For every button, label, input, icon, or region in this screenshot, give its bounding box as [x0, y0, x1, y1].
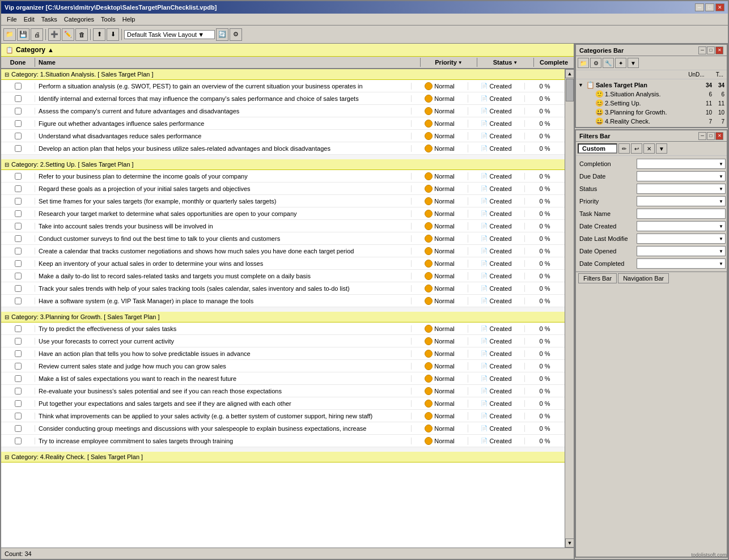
menu-tools[interactable]: Tools — [98, 15, 119, 24]
scroll-up-btn[interactable]: ▲ — [565, 69, 574, 78]
cat-tool-1[interactable]: 📁 — [578, 58, 589, 68]
cat-bar-restore-btn[interactable]: ─ — [698, 46, 706, 54]
task-done-3-0[interactable] — [1, 325, 35, 332]
task-done-3-6[interactable] — [1, 400, 35, 407]
scroll-thumb[interactable] — [566, 79, 574, 101]
filter-tool-1[interactable]: ✏ — [618, 143, 630, 154]
task-done-2-6[interactable] — [1, 248, 35, 254]
cat-tree-child-2[interactable]: 😊 2.Setting Up. 11 11 — [576, 99, 727, 108]
vertical-scrollbar[interactable]: ▲ ▼ — [565, 69, 574, 548]
cat-bar-max-btn[interactable]: □ — [707, 46, 715, 54]
task-done-3-2[interactable] — [1, 350, 35, 357]
task-done-3-5[interactable] — [1, 388, 35, 394]
task-done-1-3[interactable] — [1, 120, 35, 127]
task-done-3-9[interactable] — [1, 438, 35, 444]
task-done-2-1[interactable] — [1, 185, 35, 192]
cat-tool-4[interactable]: ✦ — [615, 58, 626, 68]
toolbar-btn-1[interactable]: 📁 — [3, 28, 16, 41]
task-checkbox-2-10[interactable] — [15, 298, 22, 304]
task-checkbox-1-5[interactable] — [15, 145, 22, 152]
task-done-2-9[interactable] — [1, 285, 35, 292]
cat4-expand-icon[interactable]: ⊟ — [5, 454, 9, 460]
task-checkbox-3-3[interactable] — [15, 363, 22, 370]
filter-dropdown-datecreated[interactable]: ▼ — [637, 221, 726, 231]
filter-dropdown-status[interactable]: ▼ — [637, 184, 726, 194]
task-done-2-3[interactable] — [1, 210, 35, 217]
close-button[interactable]: ✕ — [715, 3, 724, 11]
cat-tool-5[interactable]: ▼ — [628, 58, 639, 68]
layout-dropdown[interactable]: Default Task View Layout ▼ — [124, 30, 215, 39]
task-checkbox-2-5[interactable] — [15, 235, 22, 242]
task-done-1-2[interactable] — [1, 108, 35, 114]
menu-file[interactable]: File — [3, 15, 20, 24]
filters-bar-max-btn[interactable]: □ — [707, 132, 715, 140]
toolbar-btn-6[interactable]: 🗑 — [75, 28, 88, 41]
cat3-expand-icon[interactable]: ⊟ — [5, 314, 9, 320]
menu-edit[interactable]: Edit — [20, 15, 38, 24]
filter-dropdown-completion[interactable]: ▼ — [637, 159, 726, 169]
toolbar-btn-settings[interactable]: ⚙ — [230, 28, 242, 41]
task-done-3-7[interactable] — [1, 413, 35, 419]
task-checkbox-2-0[interactable] — [15, 173, 22, 180]
minimize-button[interactable]: ─ — [695, 3, 704, 11]
task-done-3-4[interactable] — [1, 375, 35, 382]
task-checkbox-3-0[interactable] — [15, 325, 22, 332]
task-checkbox-3-8[interactable] — [15, 425, 22, 432]
task-done-2-4[interactable] — [1, 223, 35, 230]
toolbar-btn-refresh[interactable]: 🔄 — [216, 28, 228, 41]
task-checkbox-2-8[interactable] — [15, 273, 22, 279]
task-checkbox-2-1[interactable] — [15, 185, 22, 192]
task-checkbox-2-3[interactable] — [15, 210, 22, 217]
task-checkbox-2-7[interactable] — [15, 260, 22, 267]
task-done-1-1[interactable] — [1, 95, 35, 102]
task-checkbox-1-4[interactable] — [15, 133, 22, 139]
cat-tool-3[interactable]: 🔧 — [603, 58, 614, 68]
task-done-1-5[interactable] — [1, 145, 35, 152]
task-done-1-0[interactable] — [1, 83, 35, 90]
filter-tool-4[interactable]: ▼ — [656, 143, 667, 154]
cat-tree-child-1[interactable]: 🙂 1.Situation Analysis. 6 6 — [576, 90, 727, 99]
task-done-2-10[interactable] — [1, 298, 35, 304]
toolbar-btn-5[interactable]: ✏️ — [62, 28, 74, 41]
maximize-button[interactable]: □ — [705, 3, 714, 11]
filter-dropdown-duedate[interactable]: ▼ — [637, 171, 726, 181]
category-row-1[interactable]: ⊟ Category: 1.Situation Analysis. [ Sale… — [1, 69, 565, 80]
task-done-2-5[interactable] — [1, 235, 35, 242]
filter-dropdown-priority[interactable]: ▼ — [637, 196, 726, 206]
task-scroll-area[interactable]: ⊟ Category: 1.Situation Analysis. [ Sale… — [1, 69, 565, 548]
task-checkbox-2-6[interactable] — [15, 248, 22, 254]
menu-help[interactable]: Help — [119, 15, 139, 24]
toolbar-btn-3[interactable]: 🖨 — [31, 28, 43, 41]
scroll-track[interactable] — [565, 78, 574, 538]
toolbar-btn-7[interactable]: ⬆ — [93, 28, 105, 41]
task-checkbox-1-0[interactable] — [15, 83, 22, 90]
task-done-3-8[interactable] — [1, 425, 35, 432]
filter-dropdown-datelastmod[interactable]: ▼ — [637, 234, 726, 244]
filter-dropdown-dateopened[interactable]: ▼ — [637, 246, 726, 256]
cat-tree-child-4[interactable]: 😀 4.Reality Check. 7 7 — [576, 117, 727, 126]
toolbar-btn-8[interactable]: ⬇ — [107, 28, 119, 41]
filter-tool-2[interactable]: ↩ — [631, 143, 642, 154]
task-checkbox-3-1[interactable] — [15, 338, 22, 345]
tab-navigation-bar[interactable]: Navigation Bar — [618, 273, 669, 283]
task-done-3-3[interactable] — [1, 363, 35, 370]
menu-tasks[interactable]: Tasks — [38, 15, 61, 24]
cat-tree-child-3[interactable]: 😃 3.Planning for Growth. 10 10 — [576, 108, 727, 117]
scroll-down-btn[interactable]: ▼ — [565, 538, 574, 548]
task-checkbox-1-2[interactable] — [15, 108, 22, 114]
category-row-3[interactable]: ⊟ Category: 3.Planning for Growth. [ Sal… — [1, 312, 565, 323]
tab-filters-bar[interactable]: Filters Bar — [578, 273, 617, 283]
task-checkbox-3-4[interactable] — [15, 375, 22, 382]
task-checkbox-2-2[interactable] — [15, 198, 22, 205]
task-done-2-2[interactable] — [1, 198, 35, 205]
filter-input-taskname[interactable] — [637, 209, 726, 219]
filter-tool-3[interactable]: ✕ — [643, 143, 655, 154]
task-checkbox-1-3[interactable] — [15, 120, 22, 127]
filter-dropdown-datecompleted[interactable]: ▼ — [637, 258, 726, 269]
cat-tree-root[interactable]: ▼ 📋 Sales Target Plan 34 34 — [576, 80, 727, 90]
task-checkbox-2-9[interactable] — [15, 285, 22, 292]
task-done-1-4[interactable] — [1, 133, 35, 139]
task-checkbox-3-7[interactable] — [15, 413, 22, 419]
task-checkbox-3-2[interactable] — [15, 350, 22, 357]
filters-bar-close-btn[interactable]: ✕ — [715, 132, 723, 140]
